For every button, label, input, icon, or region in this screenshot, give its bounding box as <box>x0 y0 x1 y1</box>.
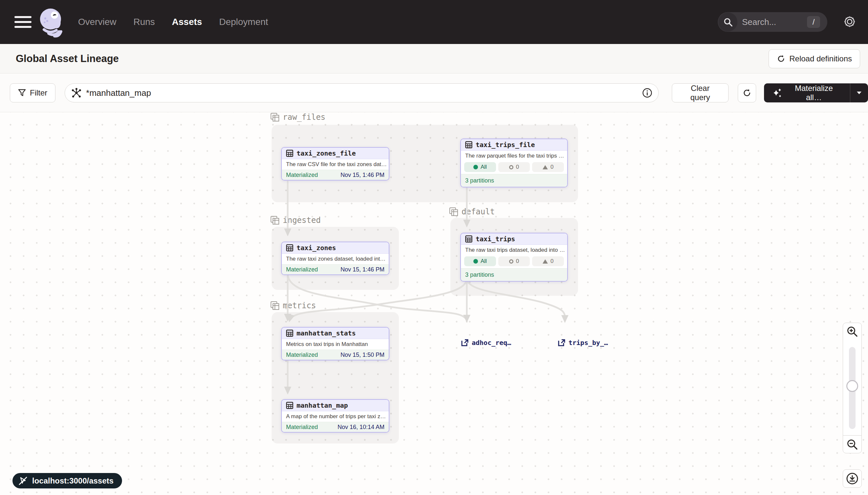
refresh-icon <box>742 88 751 98</box>
asset-node-taxi-zones[interactable]: taxi_zones The raw taxi zones dataset, l… <box>281 242 389 275</box>
zoom-in-button[interactable] <box>843 323 862 340</box>
asset-description: The raw taxi trips dataset, loaded into … <box>461 245 567 255</box>
materialize-all-label: Materialize all… <box>786 84 842 102</box>
asset-description: A map of the number of trips per taxi z… <box>282 411 389 422</box>
zoom-slider-thumb[interactable] <box>846 380 858 392</box>
lineage-canvas[interactable]: raw_files ingested default metrics <box>0 112 868 495</box>
asset-name: taxi_trips_file <box>476 141 535 149</box>
page-header: Global Asset Lineage Reload definitions <box>0 44 868 73</box>
zoom-out-icon <box>846 439 858 450</box>
missing-ring-icon <box>509 259 513 263</box>
filter-button[interactable]: Filter <box>10 83 55 102</box>
page-title: Global Asset Lineage <box>16 53 119 65</box>
asset-selection-input[interactable] <box>86 88 642 98</box>
search-placeholder: Search... <box>742 17 807 27</box>
asset-name: taxi_trips <box>476 235 515 243</box>
lineage-edges <box>0 112 868 495</box>
asset-graph-selector-icon <box>71 87 82 99</box>
nav-overview[interactable]: Overview <box>78 17 117 27</box>
partition-pill-failed[interactable]: 0 <box>532 162 564 172</box>
materialization-timestamp[interactable]: Nov 15, 1:50 PM <box>340 352 385 358</box>
zoom-out-button[interactable] <box>843 435 862 453</box>
search-icon <box>719 13 738 32</box>
chevron-down-icon <box>856 91 862 95</box>
external-asset-trips-by[interactable]: trips_by_… <box>558 339 608 347</box>
reload-definitions-label: Reload definitions <box>789 54 852 63</box>
asset-node-taxi-trips[interactable]: taxi_trips The raw taxi trips dataset, l… <box>460 233 568 281</box>
partition-pill-all[interactable]: All <box>464 162 496 172</box>
nav-deployment[interactable]: Deployment <box>219 17 268 27</box>
partition-pill-all[interactable]: All <box>464 256 496 266</box>
failed-triangle-icon <box>543 165 548 169</box>
missing-ring-icon <box>509 165 513 169</box>
url-text: localhost:3000/assets <box>32 476 113 485</box>
partition-pill-failed[interactable]: 0 <box>532 256 564 266</box>
table-icon <box>286 244 293 252</box>
menu-icon[interactable] <box>14 15 32 29</box>
reload-definitions-button[interactable]: Reload definitions <box>768 49 860 68</box>
asset-name: taxi_zones_file <box>297 149 356 157</box>
clear-query-label: Clear query <box>680 84 720 102</box>
nav-assets[interactable]: Assets <box>172 17 202 27</box>
partition-pill-missing[interactable]: 0 <box>498 162 530 172</box>
asset-name: manhattan_map <box>297 402 348 409</box>
asset-description: The raw parquet files for the taxi trips… <box>461 151 567 161</box>
success-dot-icon <box>473 165 478 169</box>
asset-description: Metrics on taxi trips in Manhattan <box>282 339 389 349</box>
funnel-icon <box>18 89 26 97</box>
table-icon <box>286 329 293 337</box>
materialization-timestamp[interactable]: Nov 15, 1:46 PM <box>340 172 385 178</box>
status-badge: Materialized <box>286 424 318 431</box>
download-icon <box>846 472 859 485</box>
asset-node-manhattan-map[interactable]: manhattan_map A map of the number of tri… <box>281 399 389 433</box>
materialization-timestamp[interactable]: Nov 16, 10:14 AM <box>338 424 385 431</box>
lineage-toolbar: Filter Clear query <box>0 74 868 112</box>
asset-description: The raw CSV file for the taxi zones dat… <box>282 159 389 170</box>
asset-node-taxi-zones-file[interactable]: taxi_zones_file The raw CSV file for the… <box>281 147 389 181</box>
browser-url-badge: localhost:3000/assets <box>13 473 122 489</box>
settings-gear-icon[interactable] <box>843 14 857 30</box>
status-badge: Materialized <box>286 172 318 178</box>
sparkle-icon <box>773 88 782 98</box>
materialization-timestamp[interactable]: Nov 15, 1:46 PM <box>340 266 385 273</box>
refresh-graph-button[interactable] <box>738 83 756 102</box>
asset-name: taxi_zones <box>297 244 336 252</box>
status-badge: Materialized <box>286 266 318 273</box>
asset-node-taxi-trips-file[interactable]: taxi_trips_file The raw parquet files fo… <box>460 138 568 187</box>
asset-node-manhattan-stats[interactable]: manhattan_stats Metrics on taxi trips in… <box>281 327 389 360</box>
partition-pill-missing[interactable]: 0 <box>498 256 530 266</box>
primary-nav: Overview Runs Assets Deployment <box>78 17 268 27</box>
materialize-dropdown-caret[interactable] <box>850 83 868 102</box>
search-shortcut-badge: / <box>807 16 820 28</box>
refresh-icon <box>777 54 785 63</box>
zoom-in-icon <box>846 326 858 338</box>
asset-description: The raw taxi zones dataset, loaded int… <box>282 254 389 264</box>
filter-label: Filter <box>30 88 47 98</box>
dagster-logo-icon[interactable] <box>37 4 66 40</box>
clear-query-button[interactable]: Clear query <box>672 83 729 102</box>
partitions-count: 3 partitions <box>461 174 567 187</box>
partitions-count: 3 partitions <box>461 268 567 281</box>
table-icon <box>286 150 293 157</box>
external-asset-adhoc-request[interactable]: adhoc_req… <box>461 339 511 347</box>
info-icon[interactable] <box>642 88 653 98</box>
nav-runs[interactable]: Runs <box>134 17 155 27</box>
top-nav: Overview Runs Assets Deployment Search..… <box>0 0 868 44</box>
success-dot-icon <box>473 259 478 263</box>
global-search-input[interactable]: Search... / <box>718 12 827 32</box>
asset-name: manhattan_stats <box>297 329 356 337</box>
external-link-icon <box>461 339 469 347</box>
table-icon <box>286 402 293 409</box>
asset-selection-box <box>65 83 659 102</box>
materialize-all-button[interactable]: Materialize all… <box>764 83 868 102</box>
download-image-button[interactable] <box>843 470 862 488</box>
table-icon <box>465 141 472 148</box>
failed-triangle-icon <box>543 259 548 263</box>
status-badge: Materialized <box>286 352 318 358</box>
cursor-off-icon <box>18 476 28 486</box>
table-icon <box>465 235 472 243</box>
external-link-icon <box>558 339 566 347</box>
